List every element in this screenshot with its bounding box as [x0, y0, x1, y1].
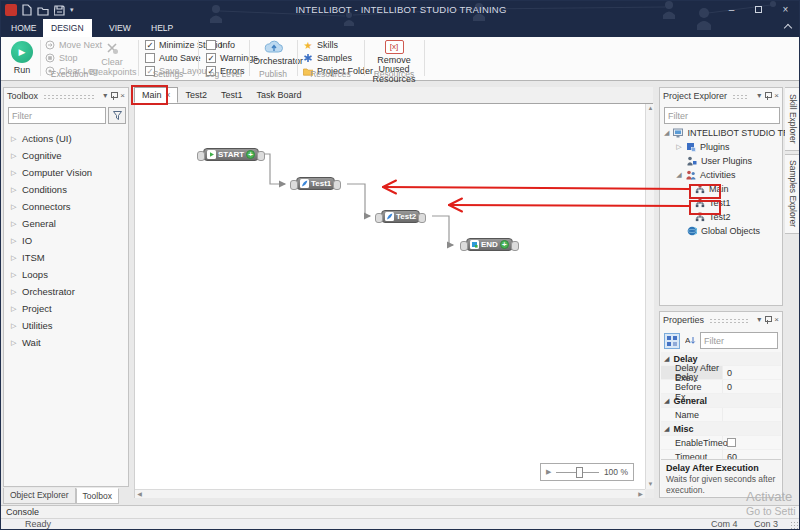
vertical-scrollbar[interactable]: ▲ ▼ — [645, 104, 654, 489]
node-label: Test2 — [396, 212, 416, 221]
orchestrator-cloud-icon — [253, 39, 295, 55]
node-start[interactable]: START + — [203, 148, 259, 161]
property-row-enable-timeout[interactable]: EnableTimeout — [661, 436, 781, 450]
scroll-right-icon[interactable]: ▶ — [636, 490, 645, 499]
toolbox-item-utilities[interactable]: ▷Utilities — [4, 317, 128, 334]
tree-item-root[interactable]: ◢ INTELLIBOT STUDIO TRAINING — [661, 126, 781, 140]
toolbox-item-general[interactable]: ▷General — [4, 215, 128, 232]
property-value[interactable]: 0 — [723, 382, 781, 392]
tree-item-global-objects[interactable]: Global Objects — [661, 224, 781, 238]
tab-label: Test1 — [221, 90, 243, 100]
toolbox-item-connectors[interactable]: ▷Connectors — [4, 198, 128, 215]
console-bar[interactable]: Console — [1, 505, 799, 518]
tree-item-activities[interactable]: ◢ Activities — [661, 168, 781, 182]
tab-task-board[interactable]: Task Board — [250, 87, 309, 103]
horizontal-scrollbar[interactable]: ◀ ▶ — [135, 489, 645, 498]
menu-home[interactable]: HOME — [3, 19, 45, 37]
drag-grip[interactable] — [732, 94, 749, 99]
sort-alphabetical-button[interactable]: A — [682, 333, 698, 349]
drag-grip[interactable] — [709, 318, 749, 323]
node-end[interactable]: END + — [466, 238, 513, 251]
clear-breakpoints-icon — [89, 40, 135, 56]
collapse-icon: ◢ — [664, 425, 669, 433]
menu-design[interactable]: DESIGN — [43, 19, 92, 37]
property-group-misc[interactable]: ◢Misc — [661, 422, 781, 436]
tree-item-test1[interactable]: Test1 — [661, 196, 781, 210]
close-button[interactable]: × — [772, 1, 799, 19]
stop-button[interactable]: Stop — [45, 52, 78, 64]
properties-filter-input[interactable] — [700, 332, 778, 349]
flow-canvas[interactable]: START + Test1 Test2 END + ▶ 100 % ▲ ▼ ◀ … — [134, 104, 653, 498]
toolbox-item-io[interactable]: ▷IO — [4, 232, 128, 249]
toolbox-item-wait[interactable]: ▷Wait — [4, 334, 128, 351]
checkbox-icon[interactable] — [727, 438, 736, 447]
pin-icon[interactable] — [110, 92, 117, 100]
samples-button[interactable]: Samples — [303, 52, 352, 64]
menu-view[interactable]: VIEW — [101, 19, 139, 37]
resize-grip[interactable] — [790, 521, 798, 529]
save-button[interactable] — [54, 5, 65, 16]
tree-item-test2[interactable]: Test2 — [661, 210, 781, 224]
categorize-button[interactable] — [664, 333, 680, 349]
dropdown-icon[interactable]: ▾ — [103, 91, 107, 101]
activity-icon — [385, 212, 394, 221]
menu-help[interactable]: HELP — [143, 19, 181, 37]
minimize-button[interactable]: – — [718, 1, 745, 19]
toolbox-item-orchestrator[interactable]: ▷Orchestrator — [4, 283, 128, 300]
skills-button[interactable]: ★ Skills — [303, 39, 338, 51]
property-row-delay-before[interactable]: Delay Before Ex...0 — [661, 380, 781, 394]
tab-samples-explorer[interactable]: Samples Explorer — [785, 154, 800, 234]
toolbox-item-itsm[interactable]: ▷ITSM — [4, 249, 128, 266]
toolbox-filter-input[interactable] — [8, 107, 106, 124]
zoom-slider[interactable] — [556, 472, 599, 473]
scroll-up-icon[interactable]: ▲ — [646, 104, 655, 113]
close-icon[interactable]: × — [774, 315, 779, 325]
tab-toolbox[interactable]: Toolbox — [76, 488, 119, 504]
toolbox-item-computer-vision[interactable]: ▷Computer Vision — [4, 164, 128, 181]
collapse-ribbon-button[interactable] — [785, 25, 793, 31]
qat-dropdown-icon[interactable]: ▾ — [70, 3, 74, 17]
tree-item-main[interactable]: Main — [661, 182, 781, 196]
zoom-slider-thumb[interactable] — [576, 467, 583, 478]
tree-item-user-plugins[interactable]: User Plugins — [661, 154, 781, 168]
new-file-button[interactable] — [22, 4, 32, 16]
tree-item-plugins[interactable]: ▷ Plugins — [661, 140, 781, 154]
close-tab-icon[interactable]: × — [166, 90, 171, 100]
add-node-icon[interactable]: + — [500, 240, 509, 249]
drag-grip[interactable] — [43, 94, 95, 99]
pin-icon[interactable] — [764, 92, 771, 100]
toolbox-item-project[interactable]: ▷Project — [4, 300, 128, 317]
scroll-down-icon[interactable]: ▼ — [646, 480, 655, 489]
property-value[interactable]: 0 — [723, 368, 781, 378]
close-icon[interactable]: × — [774, 91, 779, 101]
project-filter-input[interactable] — [664, 107, 780, 124]
tab-object-explorer[interactable]: Object Explorer — [3, 488, 76, 504]
close-icon[interactable]: × — [120, 91, 125, 101]
toolbox-item-conditions[interactable]: ▷Conditions — [4, 181, 128, 198]
pin-icon[interactable] — [764, 316, 771, 324]
tab-main[interactable]: Main× — [134, 87, 178, 103]
scroll-left-icon[interactable]: ◀ — [135, 490, 144, 499]
toolbox-item-cognitive[interactable]: ▷Cognitive — [4, 147, 128, 164]
node-test2[interactable]: Test2 — [381, 210, 420, 223]
tab-skill-explorer[interactable]: Skill Explorer — [785, 87, 800, 151]
open-button[interactable] — [37, 5, 49, 16]
dropdown-icon[interactable]: ▾ — [757, 315, 761, 325]
dropdown-icon[interactable]: ▾ — [757, 91, 761, 101]
properties-title: Properties — [663, 315, 704, 325]
property-row-name[interactable]: Name — [661, 408, 781, 422]
toolbox-filter-button[interactable] — [108, 107, 126, 124]
tab-test1[interactable]: Test1 — [214, 87, 250, 103]
toolbox-item-loops[interactable]: ▷Loops — [4, 266, 128, 283]
toolbox-item-actions-ui[interactable]: ▷Actions (UI) — [4, 130, 128, 147]
zoom-play-icon[interactable]: ▶ — [546, 468, 551, 476]
tab-label: Test2 — [185, 90, 207, 100]
add-node-icon[interactable]: + — [246, 150, 255, 159]
maximize-button[interactable] — [745, 1, 772, 19]
checkbox-auto-save[interactable]: Auto Save — [145, 52, 201, 64]
property-value[interactable] — [723, 438, 781, 447]
checkbox-info[interactable]: Info — [206, 39, 235, 51]
tab-test2[interactable]: Test2 — [178, 87, 214, 103]
node-test1[interactable]: Test1 — [296, 177, 335, 190]
orchestrator-button[interactable]: Orchestrator — [253, 39, 295, 66]
